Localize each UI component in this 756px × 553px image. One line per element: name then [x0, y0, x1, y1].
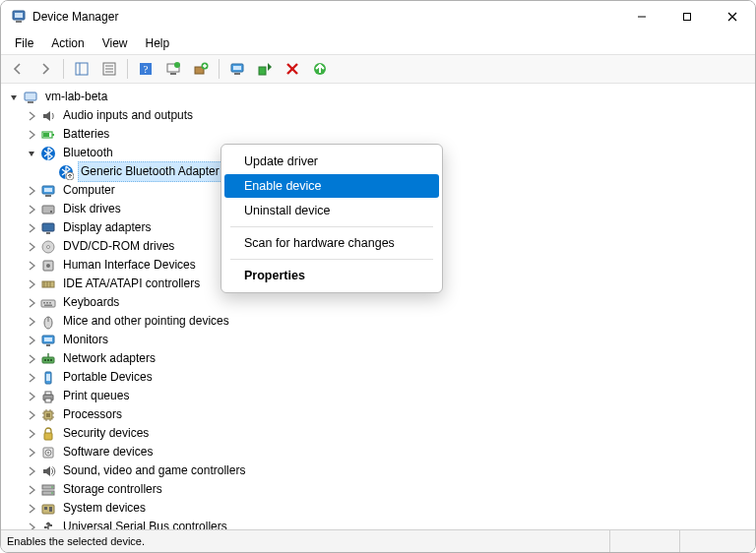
- menubar: File Action View Help: [1, 32, 755, 54]
- expand-icon[interactable]: [25, 446, 38, 460]
- menu-view[interactable]: View: [94, 34, 136, 52]
- svg-text:?: ?: [144, 63, 149, 75]
- expand-icon[interactable]: [25, 352, 38, 366]
- context-menu-item[interactable]: Properties: [224, 264, 439, 287]
- svg-rect-44: [46, 232, 50, 234]
- expand-icon[interactable]: [25, 184, 38, 198]
- window-title: Device Manager: [32, 10, 118, 24]
- tree-category-label: Audio inputs and outputs: [60, 106, 196, 125]
- menu-action[interactable]: Action: [43, 34, 92, 52]
- tree-category[interactable]: Mice and other pointing devices: [7, 312, 755, 331]
- toolbar-update-driver-button[interactable]: [160, 56, 186, 82]
- tree-category[interactable]: Portable Devices: [7, 368, 755, 387]
- expand-icon[interactable]: [25, 109, 38, 123]
- context-menu-item[interactable]: Update driver: [224, 150, 439, 173]
- toolbar-properties-button[interactable]: [96, 56, 122, 82]
- expand-icon[interactable]: [25, 502, 38, 516]
- tree-category[interactable]: Network adapters: [7, 349, 755, 368]
- tree-category[interactable]: Security devices: [7, 424, 755, 443]
- spacer: [42, 165, 56, 179]
- status-cell: [609, 530, 679, 552]
- expand-icon[interactable]: [25, 390, 38, 403]
- svg-rect-61: [44, 338, 52, 341]
- tree-category[interactable]: Keyboards: [7, 293, 755, 312]
- svg-point-46: [47, 245, 50, 248]
- svg-point-17: [174, 62, 180, 68]
- svg-rect-62: [46, 344, 50, 346]
- mouse-icon: [40, 314, 56, 330]
- device-tree[interactable]: vm-lab-beta Audio inputs and outputs Bat…: [1, 84, 755, 529]
- svg-rect-56: [49, 302, 51, 304]
- svg-rect-55: [46, 302, 48, 304]
- toolbar-separator: [127, 59, 128, 79]
- tree-category[interactable]: System devices: [7, 499, 755, 518]
- expand-icon[interactable]: [25, 259, 38, 273]
- svg-rect-96: [50, 524, 52, 526]
- tree-category[interactable]: Universal Serial Bus controllers: [7, 518, 755, 529]
- dvd-icon: [40, 239, 56, 255]
- svg-rect-39: [44, 188, 52, 192]
- expand-icon[interactable]: [25, 464, 38, 478]
- maximize-button[interactable]: [664, 1, 710, 32]
- expand-icon[interactable]: [25, 334, 38, 347]
- menu-file[interactable]: File: [7, 34, 41, 52]
- expand-icon[interactable]: [25, 315, 38, 329]
- context-menu-item[interactable]: Uninstall device: [224, 199, 439, 222]
- tree-root-label: vm-lab-beta: [42, 88, 110, 106]
- toolbar-back-button[interactable]: [5, 56, 31, 82]
- tree-category[interactable]: Storage controllers: [7, 480, 755, 499]
- tree-category-label: Storage controllers: [60, 480, 165, 499]
- tree-category-label: Display adapters: [60, 218, 154, 237]
- device-manager-window: Device Manager File Action View Help ? v…: [0, 0, 756, 553]
- status-cell: [679, 530, 749, 552]
- menu-help[interactable]: Help: [138, 34, 178, 52]
- context-menu-item[interactable]: Enable device: [224, 174, 439, 198]
- svg-rect-43: [42, 223, 54, 231]
- collapse-icon[interactable]: [25, 147, 38, 160]
- toolbar-scan-changes-button[interactable]: [307, 56, 333, 82]
- toolbar-help-button[interactable]: ?: [133, 56, 158, 82]
- svg-rect-74: [46, 413, 50, 417]
- app-icon: [11, 9, 27, 25]
- tree-category[interactable]: Audio inputs and outputs: [7, 106, 755, 125]
- expand-icon[interactable]: [25, 203, 38, 216]
- toolbar-forward-button[interactable]: [32, 56, 58, 82]
- svg-rect-16: [170, 73, 176, 75]
- svg-point-95: [44, 525, 46, 527]
- expand-icon[interactable]: [25, 240, 38, 254]
- minimize-button[interactable]: [619, 1, 664, 32]
- toolbar-uninstall-button[interactable]: [280, 56, 305, 82]
- tree-category[interactable]: Monitors: [7, 331, 755, 349]
- tree-category[interactable]: Software devices: [7, 443, 755, 461]
- tree-category[interactable]: Processors: [7, 405, 755, 424]
- context-menu-separator: [230, 226, 433, 227]
- collapse-icon[interactable]: [7, 91, 21, 104]
- tree-category[interactable]: Sound, video and game controllers: [7, 461, 755, 480]
- tree-root[interactable]: vm-lab-beta: [7, 88, 755, 106]
- tree-category-label: Mice and other pointing devices: [60, 312, 232, 331]
- expand-icon[interactable]: [25, 483, 38, 497]
- svg-rect-24: [234, 73, 240, 75]
- display-icon: [40, 220, 56, 236]
- expand-icon[interactable]: [25, 427, 38, 441]
- toolbar-show-hide-console-tree-button[interactable]: [69, 56, 94, 82]
- expand-icon[interactable]: [25, 296, 38, 310]
- expand-icon[interactable]: [25, 128, 38, 142]
- close-button[interactable]: [710, 1, 755, 32]
- tree-category[interactable]: Batteries: [7, 125, 755, 144]
- expand-icon[interactable]: [25, 408, 38, 422]
- toolbar-separator: [219, 59, 220, 79]
- svg-rect-54: [43, 302, 45, 304]
- tree-category-label: Computer: [60, 181, 118, 200]
- expand-icon[interactable]: [25, 221, 38, 235]
- expand-icon[interactable]: [25, 277, 38, 291]
- expand-icon[interactable]: [25, 521, 38, 530]
- toolbar-enable-device-button[interactable]: [252, 56, 278, 82]
- expand-icon[interactable]: [25, 371, 38, 385]
- toolbar-scan-hardware-button[interactable]: [224, 56, 250, 82]
- titlebar[interactable]: Device Manager: [1, 1, 755, 32]
- context-menu-item[interactable]: Scan for hardware changes: [224, 231, 439, 255]
- toolbar-add-legacy-hardware-button[interactable]: [188, 56, 214, 82]
- tree-category[interactable]: Print queues: [7, 387, 755, 405]
- storage-icon: [40, 482, 56, 498]
